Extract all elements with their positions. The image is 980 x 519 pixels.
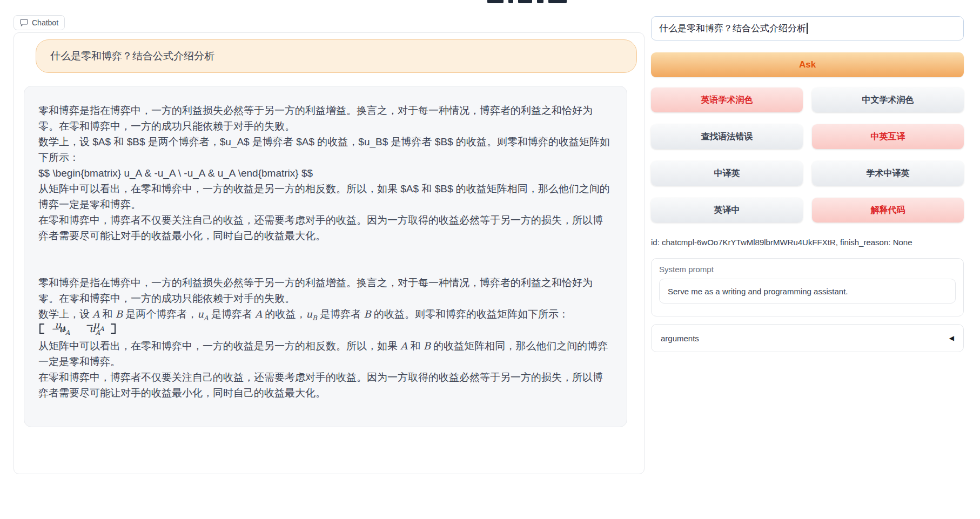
math-symbol: A: [400, 340, 407, 352]
user-message-text: 什么是零和博弈？结合公式介绍分析: [50, 49, 214, 63]
math-symbol: A: [92, 308, 99, 320]
preset-button-1[interactable]: 英语学术润色: [651, 87, 803, 112]
system-prompt-input[interactable]: Serve me as a writing and programming as…: [659, 279, 956, 304]
matrix-cell: −uA: [51, 329, 70, 333]
bot-paragraph-raw-3: 从矩阵中可以看出，在零和博弈中，一方的收益是另一方的相反数。所以，如果 $A$ …: [38, 181, 613, 212]
preset-button-5[interactable]: 中译英: [651, 161, 803, 186]
bot-message-bubble: 零和博弈是指在博弈中，一方的利益损失必然等于另一方的利益增益。换言之，对于每一种…: [24, 86, 627, 427]
math-symbol: B: [424, 340, 431, 352]
matrix-cells: uA−uA−uAuA: [44, 323, 111, 334]
chat-bubble-icon: [20, 19, 28, 26]
arguments-accordion[interactable]: arguments ◀: [651, 324, 964, 352]
accordion-collapsed-icon: ◀: [949, 334, 954, 342]
preset-button-8[interactable]: 解释代码: [812, 198, 964, 223]
arguments-accordion-label: arguments: [661, 334, 699, 343]
math-symbol: uB: [306, 308, 317, 320]
preset-button-4[interactable]: 中英互译: [812, 124, 964, 149]
user-message-bubble: 什么是零和博弈？结合公式介绍分析: [36, 39, 637, 73]
ask-button[interactable]: Ask: [651, 52, 964, 77]
question-input-value: 什么是零和博弈？结合公式介绍分析: [659, 22, 806, 35]
math-symbol: A: [255, 308, 262, 320]
preset-button-3[interactable]: 查找语法错误: [651, 124, 803, 149]
chatbot-label: Chatbot: [14, 15, 65, 30]
bot-paragraph-rendered-2: 数学上，设 A 和 B 是两个博弈者，uA 是博弈者 A 的收益，uB 是博弈者…: [38, 306, 613, 322]
title-stroke: [548, 0, 567, 3]
title-stroke: [487, 0, 504, 3]
title-stroke: [508, 0, 513, 3]
clipped-page-title: [487, 0, 567, 3]
math-symbol: B: [116, 308, 123, 320]
section-gap: [38, 244, 613, 275]
preset-button-6[interactable]: 学术中译英: [812, 161, 964, 186]
bot-paragraph-raw-1: 零和博弈是指在博弈中，一方的利益损失必然等于另一方的利益增益。换言之，对于每一种…: [38, 103, 613, 134]
bot-paragraph-rendered-1: 零和博弈是指在博弈中，一方的利益损失必然等于另一方的利益增益。换言之，对于每一种…: [38, 275, 613, 306]
system-prompt-label: System prompt: [659, 265, 956, 274]
matrix-cell: uA: [89, 329, 100, 333]
title-stroke: [518, 0, 532, 3]
preset-button-7[interactable]: 英译中: [651, 198, 803, 223]
bot-paragraph-rendered-3: 从矩阵中可以看出，在零和博弈中，一方的收益是另一方的相反数。所以，如果 A 和 …: [38, 338, 613, 369]
question-input[interactable]: 什么是零和博弈？结合公式介绍分析: [651, 16, 964, 41]
preset-button-grid: 英语学术润色中文学术润色查找语法错误中英互译中译英学术中译英英译中解释代码: [651, 87, 964, 223]
math-symbol: B: [364, 308, 371, 320]
chatbot-panel: 什么是零和博弈？结合公式介绍分析 零和博弈是指在博弈中，一方的利益损失必然等于另…: [14, 32, 645, 474]
title-stroke: [537, 0, 543, 3]
math-symbol: uA: [197, 308, 208, 320]
chatbot-label-text: Chatbot: [32, 18, 58, 27]
payoff-matrix: uA−uA−uAuA: [39, 323, 116, 334]
completion-status-line: id: chatcmpl-6wOo7KrYTwMl89lbrMWRu4UkFFX…: [651, 238, 964, 247]
text-cursor: [807, 23, 808, 34]
matrix-left-bracket: [39, 323, 44, 334]
bot-paragraph-raw-2: 数学上，设 $A$ 和 $B$ 是两个博弈者，$u_A$ 是博弈者 $A$ 的收…: [38, 134, 613, 165]
matrix-right-bracket: [111, 323, 116, 334]
bot-paragraph-raw-formula: $$ \begin{bmatrix} u_A & -u_A \ -u_A & u…: [38, 165, 613, 181]
preset-button-2[interactable]: 中文学术润色: [812, 87, 964, 112]
bot-paragraph-rendered-4: 在零和博弈中，博弈者不仅要关注自己的收益，还需要考虑对手的收益。因为一方取得的收…: [38, 369, 613, 401]
bot-paragraph-raw-4: 在零和博弈中，博弈者不仅要关注自己的收益，还需要考虑对手的收益。因为一方取得的收…: [38, 212, 613, 244]
system-prompt-group: System prompt Serve me as a writing and …: [651, 258, 964, 316]
